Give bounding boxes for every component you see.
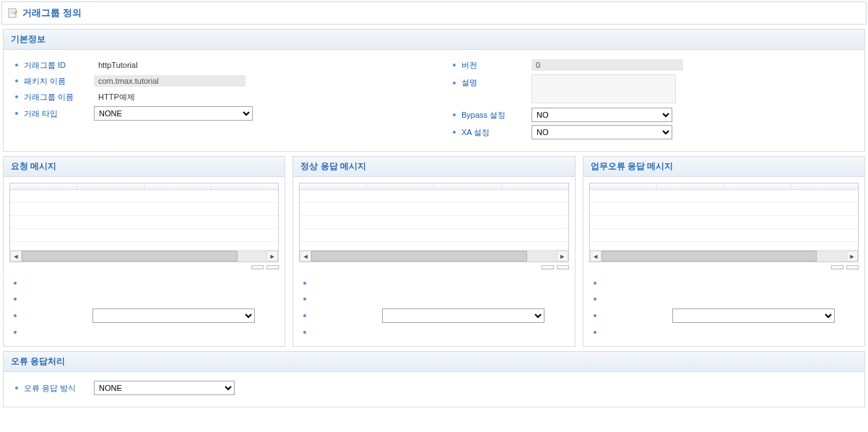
- page-title: 거래그룹 정의: [22, 7, 82, 20]
- scroll-thumb[interactable]: [602, 251, 817, 262]
- request-header: 요청 메시지: [4, 157, 285, 177]
- value-group-id: httpTutorial: [94, 61, 138, 69]
- select-tx-type[interactable]: NONE: [94, 106, 253, 121]
- label-version: 버전: [461, 60, 477, 71]
- label-xa: XA 설정: [461, 127, 490, 138]
- scroll-left-icon[interactable]: ◄: [300, 251, 311, 262]
- col-name[interactable]: [300, 183, 367, 189]
- table-row[interactable]: [300, 216, 568, 229]
- table-row[interactable]: [300, 203, 568, 216]
- bizerror-message-panel: 업무오류 응답 메시지 ◄ ►: [583, 156, 865, 347]
- table-row[interactable]: [10, 190, 278, 203]
- table-row[interactable]: [10, 216, 278, 229]
- error-handling-panel: 오류 응답처리 오류 응답 방식 NONE: [3, 351, 865, 407]
- add-button[interactable]: [251, 265, 264, 269]
- col-type-id[interactable]: [434, 183, 501, 189]
- select-request-group[interactable]: [92, 308, 255, 323]
- value-package: com.tmax.tutorial: [94, 75, 246, 87]
- label-desc: 설명: [461, 77, 477, 88]
- col-type-id[interactable]: [724, 183, 791, 189]
- col-type-id[interactable]: [144, 183, 212, 189]
- table-row[interactable]: [590, 229, 858, 242]
- select-xa[interactable]: NO: [531, 125, 672, 139]
- basic-left-column: 거래그룹 ID httpTutorial 패키지 이름 com.tmax.tut…: [11, 57, 420, 141]
- page-header: 거래그룹 정의: [1, 1, 867, 25]
- scroll-right-icon[interactable]: ►: [846, 251, 858, 262]
- delete-button[interactable]: [846, 265, 859, 269]
- scroll-right-icon[interactable]: ►: [266, 251, 278, 262]
- scroll-thumb[interactable]: [311, 251, 527, 262]
- message-panels-row: 요청 메시지 ◄ ►: [3, 156, 865, 347]
- delete-button[interactable]: [557, 265, 569, 269]
- col-msg-id[interactable]: [367, 183, 434, 189]
- label-error-method: 오류 응답 방식: [24, 383, 76, 394]
- table-row[interactable]: [10, 203, 278, 216]
- table-row[interactable]: [590, 216, 858, 229]
- response-message-panel: 정상 응답 메시지 ◄ ►: [292, 156, 575, 347]
- select-response-group[interactable]: [382, 308, 544, 323]
- select-bizerror-group[interactable]: [672, 308, 835, 323]
- col-array-sel[interactable]: [502, 183, 568, 189]
- response-header: 정상 응답 메시지: [293, 157, 574, 177]
- horizontal-scrollbar[interactable]: ◄ ►: [10, 250, 278, 262]
- scroll-right-icon[interactable]: ►: [557, 251, 568, 262]
- request-grid: ◄ ►: [9, 183, 279, 262]
- scroll-thumb[interactable]: [22, 251, 238, 262]
- scroll-left-icon[interactable]: ◄: [10, 251, 22, 262]
- value-group-name: HTTP예제: [94, 92, 135, 101]
- label-tx-type: 거래 타입: [24, 108, 58, 119]
- select-error-method[interactable]: NONE: [94, 381, 235, 395]
- label-group-id: 거래그룹 ID: [24, 60, 66, 71]
- response-grid: ◄ ►: [299, 183, 568, 262]
- add-button[interactable]: [542, 265, 554, 269]
- edit-icon: [8, 8, 18, 18]
- select-bypass[interactable]: NO: [531, 108, 672, 122]
- col-msg-id[interactable]: [657, 183, 724, 189]
- col-array-sel[interactable]: [791, 183, 858, 189]
- value-version: 0: [531, 59, 683, 71]
- error-handling-header: 오류 응답처리: [4, 352, 864, 372]
- col-msg-id[interactable]: [77, 183, 144, 189]
- basic-right-column: 버전 0 설명 Bypass 설정 NO XA 설정: [448, 57, 857, 141]
- col-name[interactable]: [10, 183, 77, 189]
- horizontal-scrollbar[interactable]: ◄ ►: [590, 250, 858, 262]
- label-bypass: Bypass 설정: [461, 110, 505, 121]
- table-row[interactable]: [590, 203, 858, 216]
- col-array-sel[interactable]: [212, 183, 278, 189]
- bizerror-header: 업무오류 응답 메시지: [583, 157, 864, 177]
- label-package: 패키지 이름: [24, 76, 66, 87]
- scroll-left-icon[interactable]: ◄: [590, 251, 602, 262]
- table-row[interactable]: [10, 229, 278, 242]
- request-message-panel: 요청 메시지 ◄ ►: [3, 156, 285, 347]
- horizontal-scrollbar[interactable]: ◄ ►: [300, 250, 568, 262]
- add-button[interactable]: [831, 265, 843, 269]
- col-name[interactable]: [590, 183, 657, 189]
- label-group-name: 거래그룹 이름: [24, 92, 74, 103]
- table-row[interactable]: [300, 190, 568, 203]
- delete-button[interactable]: [266, 265, 279, 269]
- basic-info-panel: 기본정보 거래그룹 ID httpTutorial 패키지 이름 com.tma…: [3, 29, 865, 152]
- basic-info-header: 기본정보: [4, 30, 864, 50]
- table-row[interactable]: [590, 190, 858, 203]
- bizerror-grid: ◄ ►: [589, 183, 859, 262]
- table-row[interactable]: [300, 229, 568, 242]
- textarea-desc[interactable]: [531, 74, 676, 103]
